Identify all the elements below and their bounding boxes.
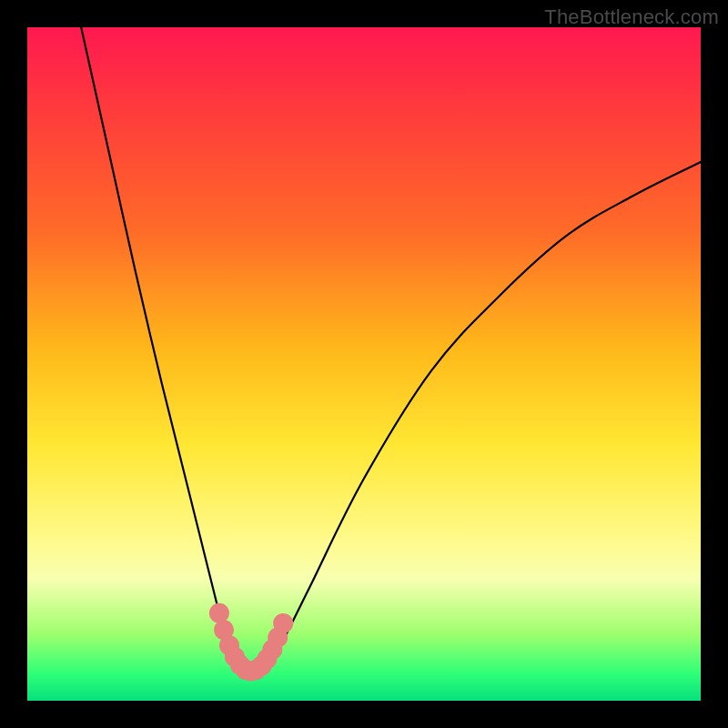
bottleneck-curve	[81, 27, 701, 671]
plot-area	[27, 27, 701, 701]
plot-outer: TheBottleneck.com	[0, 0, 728, 728]
watermark-text: TheBottleneck.com	[544, 5, 719, 29]
highlight-markers	[209, 603, 293, 682]
chart-svg	[27, 27, 701, 701]
highlight-marker	[273, 613, 293, 633]
highlight-marker	[209, 603, 229, 623]
